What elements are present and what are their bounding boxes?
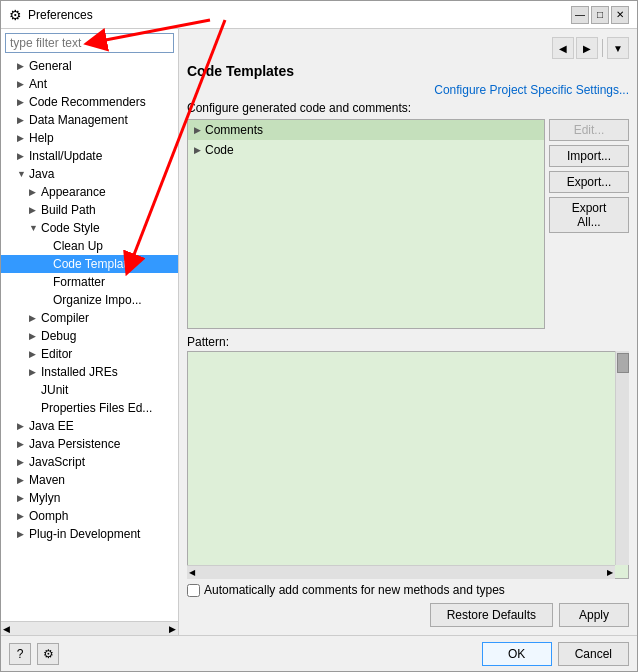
content-area: ▶ General ▶ Ant ▶ Code Recommenders ▶ Da… bbox=[1, 29, 637, 635]
expand-arrow: ▶ bbox=[17, 79, 29, 89]
auto-comments-checkbox[interactable] bbox=[187, 584, 200, 597]
tree-scrollbar-bottom[interactable]: ◀ ▶ bbox=[1, 621, 178, 635]
sidebar-item-maven[interactable]: ▶ Maven bbox=[1, 471, 178, 489]
export-button[interactable]: Export... bbox=[549, 171, 629, 193]
sidebar-item-junit[interactable]: JUnit bbox=[1, 381, 178, 399]
title-bar-left: ⚙ Preferences bbox=[9, 7, 93, 23]
title-bar-controls: — □ ✕ bbox=[571, 6, 629, 24]
sidebar-item-label: Compiler bbox=[41, 311, 89, 325]
sidebar-item-clean-up[interactable]: Clean Up bbox=[1, 237, 178, 255]
expand-arrow: ▶ bbox=[17, 97, 29, 107]
expand-arrow: ▶ bbox=[29, 331, 41, 341]
expand-arrow: ▶ bbox=[17, 61, 29, 71]
h-scroll-right-arrow[interactable]: ▶ bbox=[605, 568, 615, 577]
sidebar-item-code-style[interactable]: ▼ Code Style bbox=[1, 219, 178, 237]
expand-arrow: ▼ bbox=[29, 223, 41, 233]
tree-container: ▶ General ▶ Ant ▶ Code Recommenders ▶ Da… bbox=[1, 57, 178, 621]
template-item-comments[interactable]: ▶ Comments bbox=[188, 120, 544, 140]
sidebar-item-debug[interactable]: ▶ Debug bbox=[1, 327, 178, 345]
toolbar-separator bbox=[602, 39, 603, 57]
expand-arrow: ▼ bbox=[17, 169, 29, 179]
forward-icon: ▶ bbox=[583, 43, 591, 54]
ok-button[interactable]: OK bbox=[482, 642, 552, 666]
vertical-scrollbar[interactable] bbox=[615, 351, 629, 565]
sidebar-item-compiler[interactable]: ▶ Compiler bbox=[1, 309, 178, 327]
template-item-code[interactable]: ▶ Code bbox=[188, 140, 544, 160]
sidebar-item-java-persistence[interactable]: ▶ Java Persistence bbox=[1, 435, 178, 453]
sidebar-item-formatter[interactable]: Formatter bbox=[1, 273, 178, 291]
pattern-area bbox=[187, 351, 629, 579]
template-label: Comments bbox=[205, 123, 263, 137]
sidebar-item-label: Maven bbox=[29, 473, 65, 487]
settings-button[interactable]: ⚙ bbox=[37, 643, 59, 665]
apply-button[interactable]: Apply bbox=[559, 603, 629, 627]
expand-arrow: ▶ bbox=[17, 457, 29, 467]
sidebar-item-editor[interactable]: ▶ Editor bbox=[1, 345, 178, 363]
expand-arrow: ▶ bbox=[29, 313, 41, 323]
sidebar-item-data-mgmt[interactable]: ▶ Data Management bbox=[1, 111, 178, 129]
sidebar-item-organize-imports[interactable]: Organize Impo... bbox=[1, 291, 178, 309]
footer-left: ? ⚙ bbox=[9, 643, 59, 665]
left-panel: ▶ General ▶ Ant ▶ Code Recommenders ▶ Da… bbox=[1, 29, 179, 635]
sidebar-item-java[interactable]: ▼ Java bbox=[1, 165, 178, 183]
sidebar-item-plugin-dev[interactable]: ▶ Plug-in Development bbox=[1, 525, 178, 543]
cancel-button[interactable]: Cancel bbox=[558, 642, 629, 666]
edit-button[interactable]: Edit... bbox=[549, 119, 629, 141]
menu-button[interactable]: ▼ bbox=[607, 37, 629, 59]
settings-icon: ⚙ bbox=[43, 647, 54, 661]
sidebar-item-label: Code Recommenders bbox=[29, 95, 146, 109]
sidebar-item-code-recommenders[interactable]: ▶ Code Recommenders bbox=[1, 93, 178, 111]
sidebar-item-properties[interactable]: Properties Files Ed... bbox=[1, 399, 178, 417]
expand-arrow: ▶ bbox=[17, 133, 29, 143]
configure-link[interactable]: Configure Project Specific Settings... bbox=[187, 83, 629, 97]
sidebar-item-label: General bbox=[29, 59, 72, 73]
window-title: Preferences bbox=[28, 8, 93, 22]
sidebar-item-install-update[interactable]: ▶ Install/Update bbox=[1, 147, 178, 165]
restore-defaults-button[interactable]: Restore Defaults bbox=[430, 603, 553, 627]
horizontal-scrollbar[interactable]: ◀ ▶ bbox=[187, 565, 615, 579]
expand-arrow: ▶ bbox=[29, 187, 41, 197]
sidebar-item-build-path[interactable]: ▶ Build Path bbox=[1, 201, 178, 219]
expand-arrow: ▶ bbox=[29, 367, 41, 377]
export-all-button[interactable]: Export All... bbox=[549, 197, 629, 233]
sidebar-item-installed-jres[interactable]: ▶ Installed JREs bbox=[1, 363, 178, 381]
sidebar-item-label: Help bbox=[29, 131, 54, 145]
expand-arrow: ▶ bbox=[17, 115, 29, 125]
sidebar-item-mylyn[interactable]: ▶ Mylyn bbox=[1, 489, 178, 507]
panel-title: Code Templates bbox=[187, 63, 629, 79]
sidebar-item-label: Clean Up bbox=[53, 239, 103, 253]
h-scroll-left-arrow[interactable]: ◀ bbox=[187, 568, 197, 577]
filter-input[interactable] bbox=[5, 33, 174, 53]
auto-comments-row: Automatically add comments for new metho… bbox=[187, 583, 629, 597]
close-button[interactable]: ✕ bbox=[611, 6, 629, 24]
back-button[interactable]: ◀ bbox=[552, 37, 574, 59]
templates-list: ▶ Comments ▶ Code bbox=[187, 119, 545, 329]
sidebar-item-label: Debug bbox=[41, 329, 76, 343]
sidebar-item-oomph[interactable]: ▶ Oomph bbox=[1, 507, 178, 525]
sidebar-item-label: Install/Update bbox=[29, 149, 102, 163]
sidebar-item-code-template[interactable]: Code Template bbox=[1, 255, 178, 273]
sidebar-item-javascript[interactable]: ▶ JavaScript bbox=[1, 453, 178, 471]
sidebar-item-ant[interactable]: ▶ Ant bbox=[1, 75, 178, 93]
sidebar-item-appearance[interactable]: ▶ Appearance bbox=[1, 183, 178, 201]
sidebar-item-help[interactable]: ▶ Help bbox=[1, 129, 178, 147]
sidebar-item-label: Installed JREs bbox=[41, 365, 118, 379]
sidebar-item-java-ee[interactable]: ▶ Java EE bbox=[1, 417, 178, 435]
sidebar-item-label: Java bbox=[29, 167, 54, 181]
import-button[interactable]: Import... bbox=[549, 145, 629, 167]
scroll-left-arrow[interactable]: ◀ bbox=[3, 624, 10, 634]
footer-right: OK Cancel bbox=[482, 642, 629, 666]
forward-button[interactable]: ▶ bbox=[576, 37, 598, 59]
right-panel: ◀ ▶ ▼ Code Templates Configure Project S… bbox=[179, 29, 637, 635]
sidebar-item-label: Code Style bbox=[41, 221, 100, 235]
scroll-right-arrow[interactable]: ▶ bbox=[169, 624, 176, 634]
help-button[interactable]: ? bbox=[9, 643, 31, 665]
sidebar-item-label: Oomph bbox=[29, 509, 68, 523]
expand-arrow: ▶ bbox=[17, 151, 29, 161]
minimize-button[interactable]: — bbox=[571, 6, 589, 24]
sidebar-item-label: Java EE bbox=[29, 419, 74, 433]
maximize-button[interactable]: □ bbox=[591, 6, 609, 24]
pattern-label: Pattern: bbox=[187, 335, 629, 349]
sidebar-item-general[interactable]: ▶ General bbox=[1, 57, 178, 75]
sidebar-item-label: Code Template bbox=[53, 257, 134, 271]
